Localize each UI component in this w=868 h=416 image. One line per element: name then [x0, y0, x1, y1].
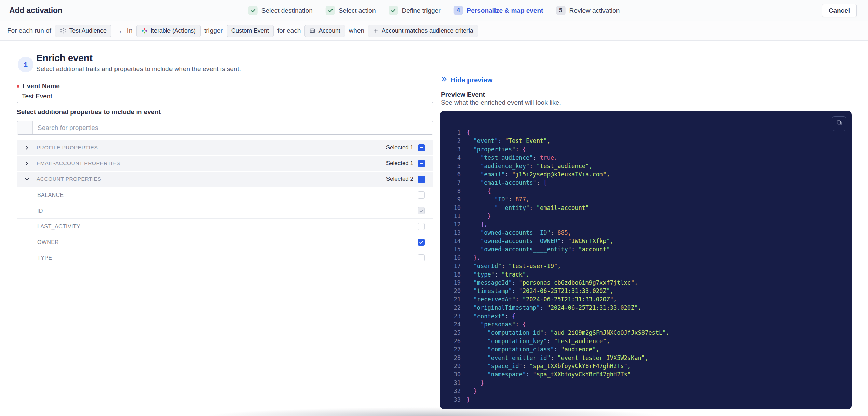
event-name-label: Event Name: [17, 82, 60, 90]
code-preview-panel: 1{2 "event": "Test Event",3 "properties"…: [440, 111, 852, 409]
code-text: "userId": "test-user-19",: [466, 262, 561, 270]
page-title: Add activation: [9, 0, 63, 21]
chip-label: Custom Event: [231, 27, 269, 35]
hide-preview-link[interactable]: Hide preview: [441, 76, 492, 84]
step-personalize-map-event[interactable]: 4Personalize & map event: [454, 6, 543, 15]
line-number: 22: [450, 304, 461, 312]
line-number: 32: [450, 387, 461, 395]
code-line: 25 "computation_id": "aud_2iO9m2gSFmJNXC…: [450, 328, 845, 337]
property-label: BALANCE: [37, 192, 418, 198]
line-number: 19: [450, 279, 461, 287]
cancel-button[interactable]: Cancel: [822, 4, 857, 17]
step-label: Select destination: [261, 7, 313, 14]
trigger-bar: For each run ofTest Audience→InIterable …: [0, 21, 868, 41]
code-text: "ID": 877,: [466, 195, 529, 203]
preview-subtitle: See what the enriched event will look li…: [441, 99, 561, 106]
step-review-activation[interactable]: 5Review activation: [556, 6, 620, 15]
code-line: 21 "receivedAt": "2024-06-25T21:31:33.02…: [450, 295, 845, 304]
step-check-icon: [248, 6, 258, 15]
property-row-owner: OWNER: [17, 234, 433, 250]
chip-iterable-actions[interactable]: Iterable (Actions): [136, 25, 201, 37]
line-number: 11: [450, 212, 461, 220]
trigger-text: For each run of: [7, 27, 51, 35]
required-indicator: [17, 85, 19, 88]
arrow-right-icon: →: [115, 27, 123, 35]
line-number: 15: [450, 245, 461, 253]
group-label: EMAIL-ACCOUNT PROPERTIES: [37, 160, 120, 166]
property-label: OWNER: [37, 239, 418, 245]
step-select-destination[interactable]: Select destination: [248, 6, 313, 15]
step-define-trigger[interactable]: Define trigger: [389, 6, 441, 15]
code-line: 29 "space_id": "spa_tXXbfoyvCkY8rF47ghH2…: [450, 362, 845, 370]
chip-account-matches-audience-criteria[interactable]: Account matches audience criteria: [368, 25, 478, 37]
line-number: 27: [450, 345, 461, 353]
group-checkbox-email-account-properties[interactable]: [418, 160, 425, 167]
code-line: 15 "owned-accounts____entity": "account": [450, 245, 845, 253]
group-header-profile-properties[interactable]: PROFILE PROPERTIESSelected 1: [17, 140, 433, 155]
code-line: 20 "timestamp": "2024-06-25T21:31:33.020…: [450, 287, 845, 295]
line-number: 12: [450, 220, 461, 228]
group-label: ACCOUNT PROPERTIES: [37, 176, 101, 182]
code-line: 14 "owned-accounts__OWNER": "1WCWrTXfkp"…: [450, 237, 845, 245]
line-number: 28: [450, 354, 461, 362]
trigger-text: for each: [277, 27, 301, 35]
checkbox-balance[interactable]: [418, 191, 425, 199]
property-row-last-activity: LAST_ACTIVITY: [17, 219, 433, 234]
chip-label: Account matches audience criteria: [382, 27, 473, 35]
line-number: 5: [450, 162, 461, 170]
iterable-icon: [141, 28, 148, 34]
line-number: 21: [450, 295, 461, 304]
group-header-email-account-properties[interactable]: EMAIL-ACCOUNT PROPERTIESSelected 1: [17, 156, 433, 171]
group-checkbox-profile-properties[interactable]: [418, 144, 425, 151]
audience-icon: [60, 28, 66, 34]
code-text: "personas": {: [466, 320, 526, 328]
line-number: 7: [450, 178, 461, 187]
code-text: {: [466, 129, 470, 137]
line-number: 13: [450, 229, 461, 237]
code-line: 7 "email-accounts": [: [450, 178, 845, 187]
trigger-text: when: [349, 27, 364, 35]
checkbox-owner[interactable]: [418, 239, 425, 246]
checkbox-last-activity[interactable]: [418, 223, 425, 230]
code-line: 26 "computation_key": "test_audience",: [450, 337, 845, 345]
section-subtitle: Select additional traits and properties …: [36, 65, 241, 73]
line-number: 14: [450, 237, 461, 245]
chip-label: Account: [318, 27, 340, 35]
chip-test-audience[interactable]: Test Audience: [55, 25, 111, 37]
group-checkbox-account-properties[interactable]: [418, 176, 425, 183]
code-line: 23 "context": {: [450, 312, 845, 320]
property-row-id: ID: [17, 203, 433, 219]
property-label: LAST_ACTIVITY: [37, 224, 418, 230]
chip-custom-event[interactable]: Custom Event: [227, 25, 274, 37]
code-line: 2 "event": "Test Event",: [450, 137, 845, 145]
event-name-input[interactable]: [17, 90, 433, 103]
trigger-text: In: [127, 27, 133, 35]
property-row-type: TYPE: [17, 250, 433, 266]
minus-mark: [420, 163, 423, 164]
plus-icon: [373, 28, 379, 34]
line-number: 31: [450, 379, 461, 387]
step-label: Review activation: [569, 7, 620, 14]
code-text: "timestamp": "2024-06-25T21:31:33.020Z",: [466, 287, 613, 295]
code-line: 27 "computation_class": "audience",: [450, 345, 845, 353]
stepper: Select destinationSelect actionDefine tr…: [248, 0, 620, 21]
group-header-account-properties[interactable]: ACCOUNT PROPERTIESSelected 2: [17, 172, 433, 187]
step-check-icon: [326, 6, 335, 15]
step-select-action[interactable]: Select action: [326, 6, 376, 15]
code-text: "computation_key": "test_audience",: [466, 337, 610, 345]
code-text: "event_emitter_id": "event_tester_IVX5W2…: [466, 354, 648, 362]
checkbox-type[interactable]: [418, 254, 425, 261]
preview-title: Preview Event: [441, 91, 485, 98]
code-line: 12 ],: [450, 220, 845, 228]
chip-account[interactable]: Account: [304, 25, 345, 37]
section-title: Enrich event: [36, 53, 92, 64]
code-line: 22 "originalTimestamp": "2024-06-25T21:3…: [450, 304, 845, 312]
step-label: Personalize & map event: [467, 7, 543, 14]
step-check-icon: [389, 6, 398, 15]
property-label: ID: [37, 208, 418, 214]
code-line: 18 "type": "track",: [450, 270, 845, 279]
code-text: "owned-accounts____entity": "account": [466, 245, 610, 253]
search-input[interactable]: [33, 121, 433, 134]
code-line: 6 "email": "j15i2ysedp@k1euxaIVia.com",: [450, 170, 845, 178]
line-number: 8: [450, 187, 461, 195]
